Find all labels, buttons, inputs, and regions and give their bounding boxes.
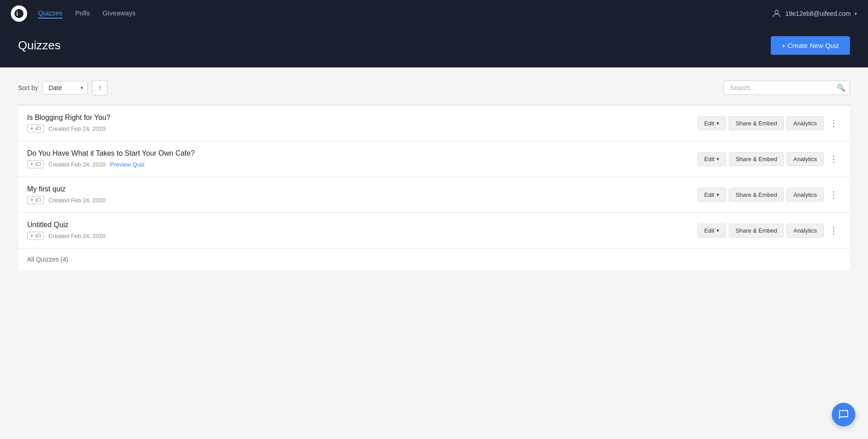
more-options-button[interactable]: ⋮	[826, 224, 841, 237]
quiz-meta: + 🏷 Created Feb 24, 2020	[27, 196, 106, 204]
user-menu[interactable]: 19e12eb8@uifeed.com ▾	[772, 9, 857, 19]
quiz-info: Is Blogging Right for You? + 🏷 Created F…	[27, 114, 110, 133]
quiz-info: Untitled Quiz + 🏷 Created Feb 24, 2020	[27, 221, 106, 240]
preview-quiz-link[interactable]: Preview Quiz	[110, 161, 145, 168]
share-embed-button[interactable]: Share & Embed	[729, 188, 784, 202]
tag-icon: 🏷	[35, 125, 41, 132]
content-area: Sort by Date Name Created ▾ ↑ 🔍 Is Blogg…	[0, 67, 868, 439]
quiz-created-date: Created Feb 24, 2020	[48, 197, 105, 204]
quiz-actions: Edit ▾ Share & Embed Analytics ⋮	[698, 224, 841, 238]
nav-giveaways[interactable]: Giveaways	[103, 9, 136, 19]
sort-label: Sort by	[18, 84, 38, 91]
nav-polls[interactable]: Polls	[75, 9, 90, 19]
toolbar: Sort by Date Name Created ▾ ↑ 🔍	[18, 80, 850, 95]
user-email: 19e12eb8@uifeed.com	[785, 10, 851, 17]
more-options-button[interactable]: ⋮	[826, 188, 841, 201]
quiz-info: Do You Have What it Takes to Start Your …	[27, 149, 195, 168]
quiz-created-date: Created Feb 24, 2020	[48, 161, 105, 168]
add-tag-button[interactable]: + 🏷	[27, 124, 44, 133]
quiz-meta: + 🏷 Created Feb 24, 2020 Preview Quiz	[27, 160, 195, 168]
table-row: Do You Have What it Takes to Start Your …	[18, 141, 850, 177]
table-row: Untitled Quiz + 🏷 Created Feb 24, 2020 E…	[18, 213, 850, 248]
nav-quizzes[interactable]: Quizzes	[38, 9, 62, 19]
edit-chevron-icon: ▾	[717, 228, 719, 234]
plus-icon: +	[30, 125, 33, 132]
edit-chevron-icon: ▾	[717, 192, 719, 198]
add-tag-button[interactable]: + 🏷	[27, 160, 44, 168]
svg-point-2	[775, 10, 778, 14]
analytics-button[interactable]: Analytics	[787, 152, 824, 166]
chat-bubble-button[interactable]	[832, 403, 855, 426]
search-input[interactable]	[723, 81, 850, 95]
page-header: Quizzes + Create New Quiz	[0, 27, 868, 67]
quiz-actions: Edit ▾ Share & Embed Analytics ⋮	[698, 152, 841, 166]
analytics-button[interactable]: Analytics	[787, 116, 824, 130]
add-tag-button[interactable]: + 🏷	[27, 232, 44, 240]
more-options-button[interactable]: ⋮	[826, 117, 841, 129]
search-icon: 🔍	[837, 84, 845, 92]
quiz-title: Do You Have What it Takes to Start Your …	[27, 149, 195, 157]
table-row: My first quiz + 🏷 Created Feb 24, 2020 E…	[18, 177, 850, 213]
svg-point-0	[14, 9, 24, 18]
edit-button[interactable]: Edit ▾	[698, 116, 726, 130]
quiz-title: My first quiz	[27, 185, 106, 193]
plus-icon: +	[30, 197, 33, 203]
plus-icon: +	[30, 161, 33, 167]
svg-text:i: i	[16, 10, 18, 17]
edit-chevron-icon: ▾	[717, 156, 719, 162]
quiz-created-date: Created Feb 24, 2020	[48, 233, 105, 239]
share-embed-button[interactable]: Share & Embed	[729, 116, 784, 130]
more-options-button[interactable]: ⋮	[826, 153, 841, 165]
quiz-title: Is Blogging Right for You?	[27, 114, 110, 122]
site-header: i Quizzes Polls Giveaways 19e12eb8@uifee…	[0, 0, 868, 27]
quiz-actions: Edit ▾ Share & Embed Analytics ⋮	[698, 188, 841, 202]
search-wrapper: 🔍	[723, 81, 850, 95]
quiz-info: My first quiz + 🏷 Created Feb 24, 2020	[27, 185, 106, 204]
page-title: Quizzes	[18, 38, 61, 52]
quiz-count: All Quizzes (4)	[18, 248, 850, 270]
create-quiz-button[interactable]: + Create New Quiz	[771, 36, 850, 55]
share-embed-button[interactable]: Share & Embed	[729, 224, 784, 238]
quiz-meta: + 🏷 Created Feb 24, 2020	[27, 232, 106, 240]
tag-icon: 🏷	[35, 197, 41, 203]
share-embed-button[interactable]: Share & Embed	[729, 152, 784, 166]
analytics-button[interactable]: Analytics	[787, 224, 824, 238]
quiz-title: Untitled Quiz	[27, 221, 106, 229]
sort-order-button[interactable]: ↑	[92, 80, 108, 95]
analytics-button[interactable]: Analytics	[787, 188, 824, 202]
edit-button[interactable]: Edit ▾	[698, 152, 726, 166]
sort-select[interactable]: Date Name Created	[42, 81, 88, 95]
main-nav: Quizzes Polls Giveaways	[38, 9, 772, 19]
tag-icon: 🏷	[35, 161, 41, 167]
sort-select-wrapper: Date Name Created ▾	[42, 81, 88, 95]
quiz-meta: + 🏷 Created Feb 24, 2020	[27, 124, 110, 133]
edit-chevron-icon: ▾	[717, 120, 719, 126]
logo[interactable]: i	[11, 5, 27, 22]
table-row: Is Blogging Right for You? + 🏷 Created F…	[18, 105, 850, 141]
quiz-actions: Edit ▾ Share & Embed Analytics ⋮	[698, 116, 841, 130]
quiz-created-date: Created Feb 24, 2020	[48, 125, 105, 132]
add-tag-button[interactable]: + 🏷	[27, 196, 44, 204]
edit-button[interactable]: Edit ▾	[698, 224, 726, 238]
edit-button[interactable]: Edit ▾	[698, 188, 726, 202]
tag-icon: 🏷	[35, 233, 41, 239]
sort-group: Sort by Date Name Created ▾ ↑	[18, 80, 108, 95]
quiz-list: Is Blogging Right for You? + 🏷 Created F…	[18, 105, 850, 270]
user-chevron-icon: ▾	[854, 11, 857, 17]
plus-icon: +	[30, 233, 33, 239]
